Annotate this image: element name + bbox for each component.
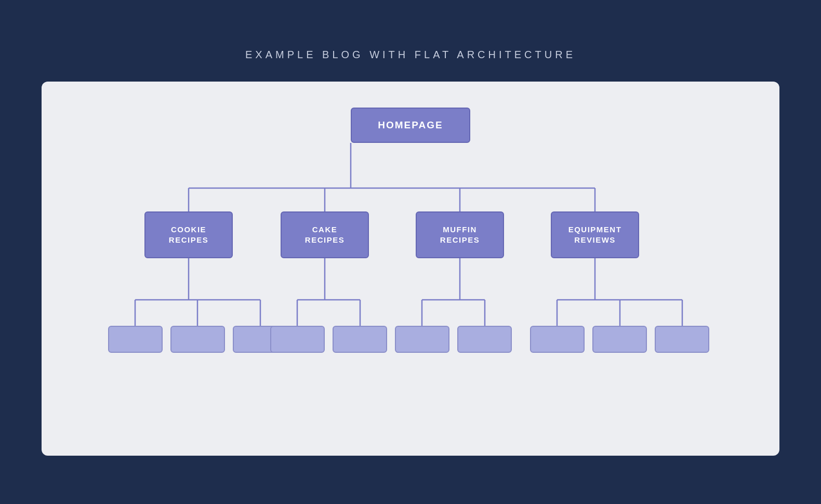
node-equipment-reviews: EQUIPMENTREVIEWS [551,211,639,258]
node-equipment-child-2 [592,326,647,353]
node-muffin-recipes: MUFFINRECIPES [416,211,504,258]
diagram-container: HOMEPAGE COOKIERECIPES CAKERECIPES MUFFI… [42,82,779,456]
node-cookie-child-1 [108,326,163,353]
tree-wrapper: HOMEPAGE COOKIERECIPES CAKERECIPES MUFFI… [78,108,743,409]
node-cake-recipes: CAKERECIPES [281,211,369,258]
node-muffin-child-1 [395,326,449,353]
node-equipment-child-3 [655,326,709,353]
node-homepage: HOMEPAGE [351,108,470,143]
node-cookie-child-2 [170,326,225,353]
page-title: EXAMPLE BLOG WITH FLAT ARCHITECTURE [245,49,576,61]
node-equipment-child-1 [530,326,585,353]
node-cookie-recipes: COOKIERECIPES [144,211,233,258]
node-cake-child-1 [270,326,325,353]
node-muffin-child-2 [457,326,512,353]
connector-lines [78,108,743,409]
node-cake-child-2 [333,326,387,353]
